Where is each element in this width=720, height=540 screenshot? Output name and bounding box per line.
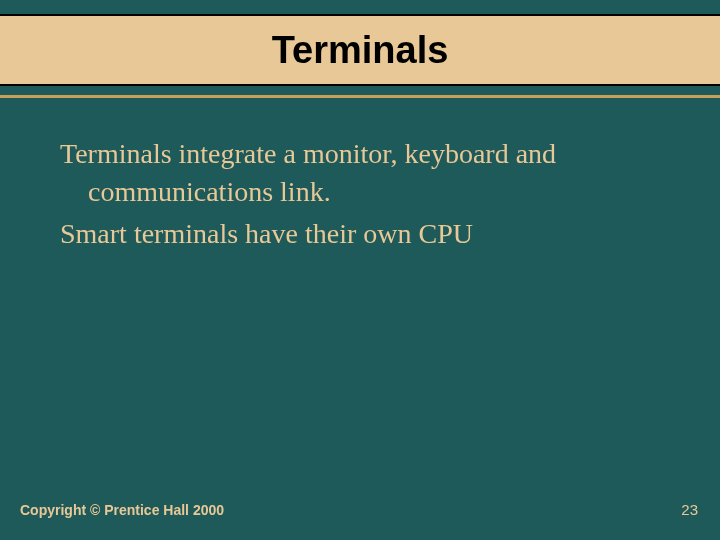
slide: Terminals Terminals integrate a monitor,… [0,0,720,540]
accent-divider [0,95,720,98]
slide-title: Terminals [272,29,449,72]
copyright-text: Copyright © Prentice Hall 2000 [20,502,224,518]
title-band: Terminals [0,14,720,86]
body-paragraph-1: Terminals integrate a monitor, keyboard … [60,135,660,211]
page-number: 23 [681,501,698,518]
slide-content: Terminals integrate a monitor, keyboard … [60,135,660,252]
body-paragraph-2: Smart terminals have their own CPU [60,215,660,253]
